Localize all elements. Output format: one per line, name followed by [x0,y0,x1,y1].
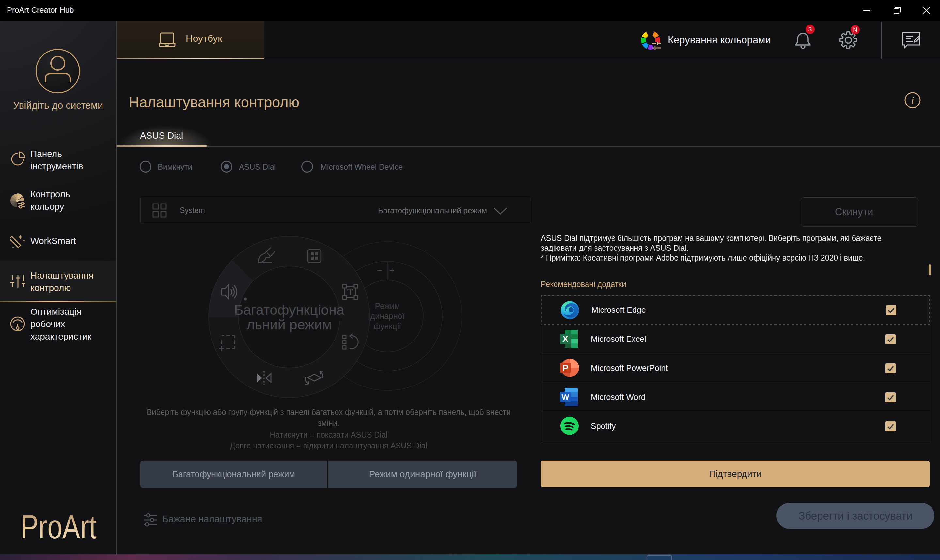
svg-text:X: X [562,334,568,344]
svg-text:i: i [911,94,914,106]
svg-text:W: W [562,393,569,402]
svg-text:Багатофункціона: Багатофункціона [234,302,344,318]
svg-text:Режим: Режим [375,302,400,311]
svg-text:+: + [389,265,394,275]
svg-text:динарної: динарної [370,311,405,321]
svg-text:функції: функції [374,322,401,331]
svg-text:T: T [347,286,353,297]
svg-text:−: − [377,265,382,275]
svg-text:льний режим: льний режим [247,317,332,332]
svg-text:P: P [562,363,569,373]
